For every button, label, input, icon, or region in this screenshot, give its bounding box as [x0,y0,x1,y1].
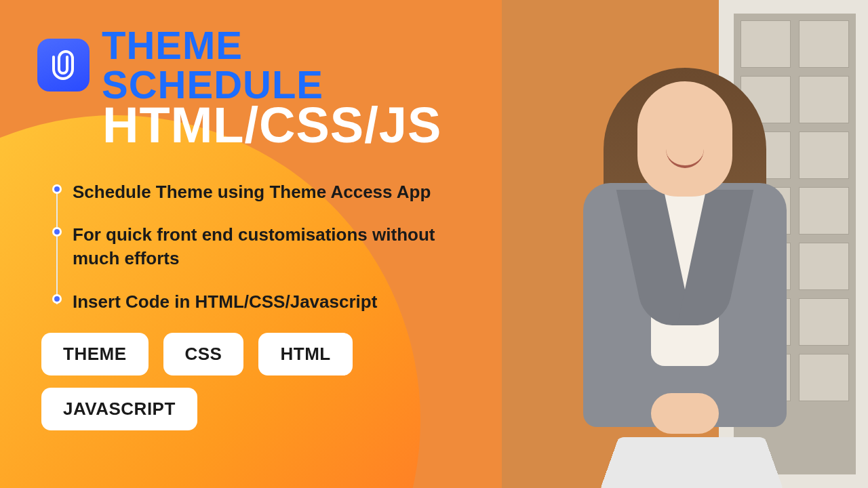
photo-panel [502,0,868,488]
title-row: THEME SCHEDULE [37,26,471,104]
attachment-icon [47,49,79,81]
bullet-text: Insert Code in HTML/CSS/Javascript [73,290,377,314]
tag-javascript: JAVASCRIPT [41,388,197,430]
bullet-text: For quick front end customisations witho… [73,223,471,270]
bullet-dot-icon [52,294,62,304]
person-smile [666,149,704,168]
tag-list: THEME CSS HTML JAVASCRIPT [41,333,421,430]
bullet-item: Insert Code in HTML/CSS/Javascript [52,290,471,314]
bullet-item: For quick front end customisations witho… [52,223,471,270]
person-illustration [529,27,827,488]
title-line-1: THEME SCHEDULE [102,26,471,104]
bullet-text: Schedule Theme using Theme Access App [73,180,431,204]
app-icon [37,39,90,92]
bullet-list: Schedule Theme using Theme Access App Fo… [52,180,471,313]
tag-css: CSS [163,333,244,375]
tag-theme: THEME [41,333,149,375]
content-panel: THEME SCHEDULE HTML/CSS/JS Schedule Them… [37,26,471,430]
person-hands [651,393,719,434]
tag-html: HTML [258,333,352,375]
bullet-dot-icon [52,227,62,237]
bullet-item: Schedule Theme using Theme Access App [52,180,471,204]
title-line-2: HTML/CSS/JS [102,102,471,149]
person-face [637,81,732,197]
bullet-dot-icon [52,184,62,194]
person-laptop [599,437,783,488]
